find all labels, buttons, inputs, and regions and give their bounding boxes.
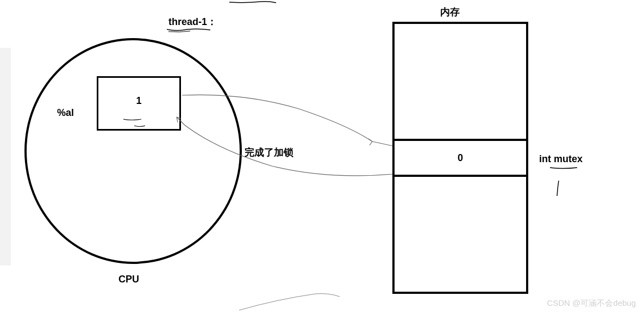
register-label: %al — [57, 107, 74, 119]
right-tick-mark — [554, 180, 565, 199]
register-box: 1 — [97, 76, 181, 131]
thread-underline-scribble — [166, 27, 212, 33]
memory-cell-value: 0 — [458, 152, 463, 164]
cpu-circle — [24, 38, 242, 264]
thread-label: thread-1： — [168, 15, 217, 28]
memory-label: 内存 — [440, 5, 460, 19]
underline-scribble-1 — [122, 117, 144, 122]
watermark: CSDN @可涵不会debug — [547, 298, 636, 309]
cpu-label: CPU — [118, 274, 139, 285]
left-margin — [0, 48, 11, 266]
mutex-label: int mutex — [539, 153, 583, 165]
bottom-curve-scribble — [234, 288, 342, 314]
top-scribble — [228, 0, 277, 4]
underline-scribble-2 — [133, 124, 147, 128]
register-value: 1 — [136, 95, 141, 107]
lock-status-label: 完成了加锁 — [245, 146, 293, 159]
memory-cell: 0 — [392, 139, 528, 177]
mutex-underline-scribble — [549, 166, 579, 170]
